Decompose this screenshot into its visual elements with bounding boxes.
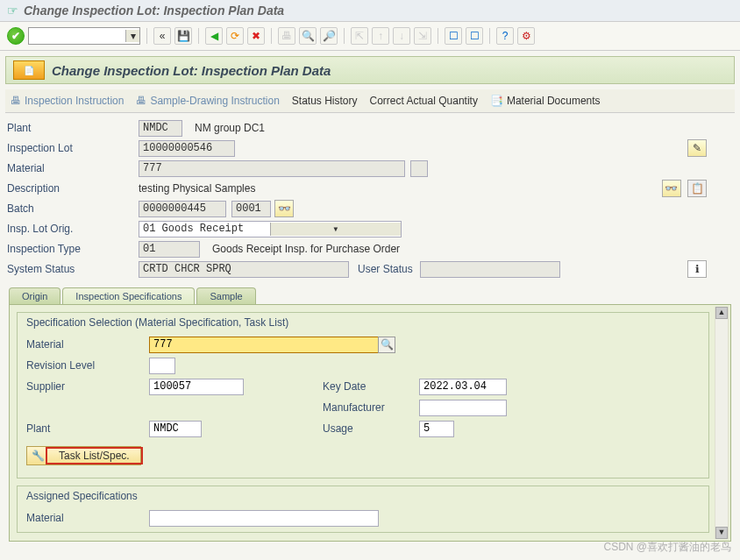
spec-material-label: Material <box>26 338 149 351</box>
window-titlebar: ☞ Change Inspection Lot: Inspection Plan… <box>0 0 740 22</box>
system-status-label: System Status <box>7 263 139 275</box>
specification-selection-title: Specification Selection (Material Specif… <box>26 316 700 329</box>
help-button[interactable]: ? <box>496 27 514 45</box>
spec-material-field[interactable] <box>149 337 379 353</box>
page-title: Change Inspection Lot: Inspection Plan D… <box>52 63 331 78</box>
tab-inspection-specifications[interactable]: Inspection Specifications <box>62 287 195 304</box>
inspection-lot-label: Inspection Lot <box>7 142 139 154</box>
keydate-label: Key Date <box>323 380 419 393</box>
tab-sample[interactable]: Sample <box>196 287 255 304</box>
nav-exit-button[interactable]: ⟳ <box>226 27 244 45</box>
keydate-field[interactable] <box>419 379 507 395</box>
plant-field[interactable] <box>139 120 182 137</box>
inspection-instruction-link[interactable]: 🖶 Inspection Instruction <box>11 95 124 107</box>
nav-cancel-button[interactable]: ✖ <box>247 27 265 45</box>
command-field[interactable]: ▾ <box>28 27 140 45</box>
material-extra-field[interactable] <box>410 160 428 177</box>
page-header: 📄 Change Inspection Lot: Inspection Plan… <box>5 56 735 84</box>
description-label: Description <box>7 182 139 195</box>
print-icon: 🖶 <box>11 95 21 107</box>
glasses-button[interactable]: 👓 <box>662 180 681 197</box>
assigned-specifications-title: Assigned Specifications <box>26 490 700 502</box>
plant-description: NM group DC1 <box>195 122 265 134</box>
revision-level-field[interactable] <box>149 358 175 374</box>
inspection-type-label: Inspection Type <box>7 243 139 255</box>
description-value: testing Physical Samples <box>139 182 255 195</box>
nav-back-button[interactable]: ◀ <box>205 27 223 45</box>
inspection-type-description: Goods Receipt Insp. for Purchase Order <box>212 243 400 255</box>
copy-button[interactable]: 📋 <box>687 180 707 197</box>
assigned-material-label: Material <box>26 512 149 524</box>
watermark: CSDN @喜欢打酱油的老鸟 <box>603 540 731 555</box>
scroll-up-icon[interactable]: ▲ <box>715 307 728 319</box>
inspection-lot-field[interactable] <box>139 140 235 157</box>
status-info-button[interactable]: ℹ <box>687 260 707 278</box>
generate-shortcut-button[interactable]: ☐ <box>466 27 483 45</box>
command-input[interactable] <box>29 28 125 44</box>
enter-button[interactable]: ✔ <box>7 27 25 45</box>
manufacturer-field[interactable] <box>419 400 507 416</box>
insp-lot-orig-dropdown[interactable]: 01 Goods Receipt ▾ <box>139 221 402 237</box>
usage-label: Usage <box>323 422 419 435</box>
insp-lot-orig-value: 01 Goods Receipt <box>139 223 270 235</box>
command-dropdown-icon[interactable]: ▾ <box>125 30 139 42</box>
scroll-down-icon[interactable]: ▼ <box>715 527 728 539</box>
material-label: Material <box>7 162 139 174</box>
main-toolbar: ✔ ▾ « 💾 ◀ ⟳ ✖ 🖶 🔍 🔎 ⇱ ↑ ↓ ⇲ ☐ ☐ ? ⚙ <box>0 22 740 51</box>
usage-field[interactable] <box>419 421 454 437</box>
application-toolbar: 🖶 Inspection Instruction 🖶 Sample-Drawin… <box>5 89 735 113</box>
batch-split-field[interactable] <box>231 201 271 217</box>
prev-page-button: ↑ <box>372 27 389 45</box>
tab-scrollbar[interactable]: ▲ ▼ <box>715 307 729 539</box>
search-help-button[interactable]: 🔍 <box>378 337 395 353</box>
insp-lot-orig-label: Insp. Lot Orig. <box>7 223 139 235</box>
tab-content: Specification Selection (Material Specif… <box>9 305 731 542</box>
specification-selection-group: Specification Selection (Material Specif… <box>17 312 709 478</box>
print-icon: 🖶 <box>136 95 146 107</box>
assigned-material-field[interactable] <box>149 510 379 527</box>
save-button[interactable]: 💾 <box>174 27 192 45</box>
batch-label: Batch <box>7 202 139 215</box>
task-list-spec-button[interactable]: 🔧 Task List/Spec. <box>26 446 141 465</box>
supplier-label: Supplier <box>26 380 149 393</box>
scroll-track[interactable] <box>715 319 728 527</box>
revision-level-label: Revision Level <box>26 359 149 372</box>
chevron-down-icon[interactable]: ▾ <box>270 223 402 236</box>
next-page-button: ↓ <box>393 27 410 45</box>
task-list-spec-label: Task List/Spec. <box>48 450 140 462</box>
back-button[interactable]: « <box>153 27 171 45</box>
user-status-label: User Status <box>358 263 413 275</box>
material-field[interactable] <box>139 160 405 177</box>
manufacturer-label: Manufacturer <box>323 401 419 414</box>
change-button[interactable]: ✎ <box>687 139 707 157</box>
spec-plant-field[interactable] <box>149 421 202 437</box>
last-page-button: ⇲ <box>414 27 431 45</box>
header-form: Plant NM group DC1 Inspection Lot ✎ Mate… <box>7 118 733 279</box>
user-status-field <box>420 261 560 278</box>
plant-label: Plant <box>7 122 139 134</box>
window-menu-icon[interactable]: ☞ <box>7 4 18 18</box>
assigned-specifications-group: Assigned Specifications Material <box>17 486 709 533</box>
documents-icon: 📑 <box>490 95 503 107</box>
tab-origin[interactable]: Origin <box>9 287 60 304</box>
batch-field[interactable] <box>139 201 226 217</box>
first-page-button: ⇱ <box>351 27 368 45</box>
batch-display-button[interactable]: 👓 <box>274 200 294 217</box>
wrench-icon: 🔧 <box>27 450 48 462</box>
supplier-field[interactable] <box>149 379 244 395</box>
window-title: Change Inspection Lot: Inspection Plan D… <box>24 4 284 18</box>
inspection-type-field[interactable] <box>139 241 200 258</box>
status-history-link[interactable]: Status History <box>292 95 358 107</box>
correct-quantity-link[interactable]: Correct Actual Quantity <box>370 95 478 107</box>
sample-drawing-link[interactable]: 🖶 Sample-Drawing Instruction <box>136 95 279 107</box>
material-documents-link[interactable]: 📑 Material Documents <box>490 95 601 107</box>
print-button: 🖶 <box>278 27 295 45</box>
system-status-field <box>139 261 349 278</box>
find-button: 🔍 <box>299 27 317 45</box>
spec-plant-label: Plant <box>26 422 149 435</box>
find-next-button: 🔎 <box>320 27 338 45</box>
transaction-icon: 📄 <box>13 60 45 80</box>
customize-layout-button[interactable]: ⚙ <box>517 27 535 45</box>
tab-strip: Origin Inspection Specifications Sample <box>9 287 731 305</box>
new-session-button[interactable]: ☐ <box>445 27 462 45</box>
